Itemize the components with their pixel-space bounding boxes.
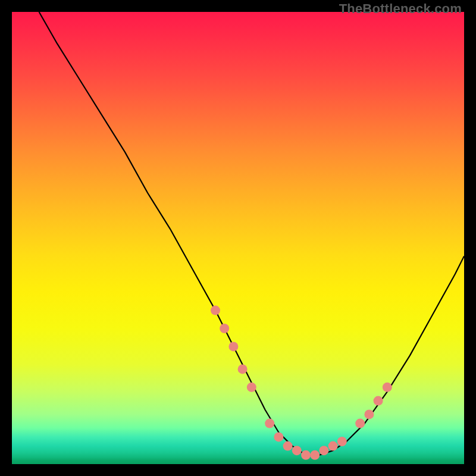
highlight-dot: [247, 383, 256, 392]
highlight-dot: [265, 419, 274, 428]
chart-svg: [12, 12, 464, 464]
highlight-dot: [364, 409, 374, 419]
highlight-dot: [310, 450, 320, 460]
highlight-dot: [283, 441, 293, 451]
chart-frame: [12, 12, 464, 464]
highlight-dot: [374, 396, 383, 406]
highlight-dot: [211, 306, 220, 315]
highlight-dot: [274, 432, 283, 441]
highlight-dot: [355, 419, 365, 428]
highlight-dots: [211, 306, 392, 460]
highlight-dot: [292, 446, 302, 455]
highlight-dot: [228, 342, 238, 351]
highlight-dot: [220, 324, 229, 333]
highlight-dot: [319, 446, 328, 455]
highlight-dot: [238, 364, 248, 374]
plot-area: [12, 12, 464, 464]
highlight-dot: [328, 441, 338, 451]
highlight-dot: [301, 450, 311, 460]
highlight-dot: [383, 383, 392, 392]
watermark-text: TheBottleneck.com: [339, 1, 462, 17]
highlight-dot: [337, 437, 347, 446]
